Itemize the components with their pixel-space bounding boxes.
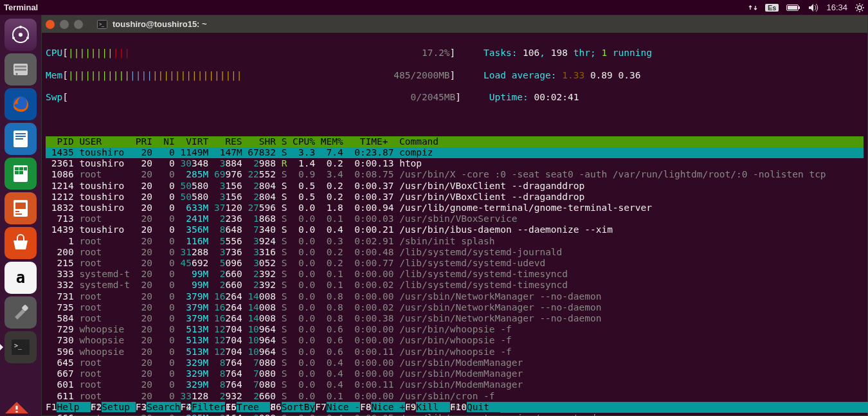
fnkey-label[interactable]: SortBy xyxy=(282,402,315,412)
network-icon[interactable] xyxy=(748,3,757,12)
svg-line-11 xyxy=(862,5,863,6)
svg-rect-30 xyxy=(15,171,19,174)
launcher-impress[interactable] xyxy=(5,192,37,224)
svg-line-8 xyxy=(856,5,858,6)
process-row[interactable]: 730 whoopsie 20 0 513M 12704 10964 S 0.0… xyxy=(46,335,863,346)
process-row[interactable]: 215 root 20 0 45692 5096 3052 S 0.0 0.2 … xyxy=(46,258,863,269)
launcher-alert-icon[interactable] xyxy=(4,401,30,414)
top-panel: Terminal Es 16:34 xyxy=(0,0,868,15)
fnkey-F9[interactable]: F9 xyxy=(405,402,416,412)
uptime-label: Uptime: xyxy=(489,92,529,102)
launcher-software[interactable] xyxy=(5,227,37,259)
fnkey-label[interactable]: Help xyxy=(57,402,90,412)
process-row[interactable]: 2361 toushiro 20 0 30348 3884 2988 R 1.4… xyxy=(46,158,863,169)
svg-rect-35 xyxy=(15,213,22,215)
function-key-bar: F1Help F2Setup F3SearchF4FilterF5Tree F6… xyxy=(42,402,867,415)
svg-rect-2 xyxy=(788,6,797,10)
svg-point-15 xyxy=(12,37,15,39)
battery-icon[interactable] xyxy=(786,4,800,12)
svg-point-14 xyxy=(19,26,22,28)
process-row[interactable]: 645 root 20 0 329M 8764 7080 S 0.0 0.4 0… xyxy=(46,357,863,368)
process-row[interactable]: 1 root 20 0 116M 5556 3924 S 0.0 0.3 0:0… xyxy=(46,236,863,247)
sound-icon[interactable] xyxy=(808,3,818,12)
terminal-output[interactable]: CPU[||||||||||| 17.2%] Tasks: 106, 198 t… xyxy=(42,33,867,415)
process-row[interactable]: 584 root 20 0 379M 16264 14008 S 0.0 0.8… xyxy=(46,313,863,324)
svg-rect-25 xyxy=(15,138,23,140)
keyboard-indicator[interactable]: Es xyxy=(765,4,779,12)
fnkey-label[interactable]: Tree xyxy=(237,402,270,412)
process-row[interactable]: 1214 toushiro 20 0 50580 3156 2804 S 0.5… xyxy=(46,181,863,192)
fnkey-F8[interactable]: F8 xyxy=(360,402,371,412)
fnkey-F6[interactable]: F6 xyxy=(270,402,281,412)
svg-line-10 xyxy=(856,10,858,11)
svg-rect-18 xyxy=(15,66,26,68)
process-row[interactable]: 611 root 20 0 33128 2932 2660 S 0.0 0.1 … xyxy=(46,391,863,402)
svg-text:>_: >_ xyxy=(99,22,104,27)
swp-label: Swp xyxy=(46,92,62,102)
window-minimize-button[interactable] xyxy=(60,20,69,29)
launcher-firefox[interactable] xyxy=(5,88,37,120)
fnkey-label[interactable]: Search xyxy=(147,402,180,412)
process-row[interactable]: 333 systemd-t 20 0 99M 2660 2392 S 0.0 0… xyxy=(46,269,863,280)
process-row[interactable]: 735 root 20 0 379M 16264 14008 S 0.0 0.8… xyxy=(46,302,863,313)
process-row[interactable]: 601 root 20 0 329M 8764 7080 S 0.0 0.4 0… xyxy=(46,379,863,390)
clock[interactable]: 16:34 xyxy=(826,3,847,12)
unity-launcher: a >_ xyxy=(0,15,41,416)
fnkey-F7[interactable]: F7 xyxy=(315,402,326,412)
launcher-amazon[interactable]: a xyxy=(5,262,37,294)
launcher-terminal[interactable]: >_ xyxy=(5,331,37,363)
process-row[interactable]: 1832 toushiro 20 0 633M 37120 27596 S 0.… xyxy=(46,203,863,213)
terminal-icon: >_ xyxy=(97,20,107,29)
tasks-label: Tasks: xyxy=(484,48,517,58)
svg-rect-39 xyxy=(16,406,18,410)
terminal-window: >_ toushiro@toushiro15: ~ CPU[||||||||||… xyxy=(41,15,868,416)
fnkey-label[interactable]: Filter xyxy=(192,402,225,412)
window-titlebar[interactable]: >_ toushiro@toushiro15: ~ xyxy=(42,15,867,33)
launcher-calc[interactable] xyxy=(5,158,37,190)
svg-rect-1 xyxy=(799,6,800,9)
svg-rect-19 xyxy=(15,69,26,71)
process-row[interactable]: 1086 root 20 0 285M 69976 22552 S 0.9 3.… xyxy=(46,169,863,180)
fnkey-label[interactable]: Nice - xyxy=(327,402,360,412)
fnkey-label[interactable]: Nice + xyxy=(371,402,404,412)
fnkey-F3[interactable]: F3 xyxy=(136,402,147,412)
launcher-dash[interactable] xyxy=(5,19,37,51)
fnkey-F2[interactable]: F2 xyxy=(91,402,102,412)
svg-point-20 xyxy=(16,73,18,75)
window-maximize-button[interactable] xyxy=(74,20,83,29)
fnkey-F4[interactable]: F4 xyxy=(181,402,192,412)
load-label: Load average: xyxy=(484,70,557,80)
process-row[interactable]: 1439 toushiro 20 0 356M 8648 7340 S 0.0 … xyxy=(46,224,863,235)
process-header[interactable]: PID USER PRI NI VIRT RES SHR S CPU% MEM%… xyxy=(46,136,863,147)
process-row[interactable]: 1435 toushiro 20 0 1149M 147M 67832 S 3.… xyxy=(46,147,863,158)
process-row[interactable]: 713 root 20 0 241M 2236 1868 S 0.0 0.1 0… xyxy=(46,213,863,224)
svg-rect-29 xyxy=(24,167,27,170)
svg-rect-27 xyxy=(15,167,19,170)
fnkey-label[interactable]: Setup xyxy=(102,402,135,412)
process-row[interactable]: 1212 toushiro 20 0 50580 3156 2804 S 0.5… xyxy=(46,192,863,203)
svg-point-3 xyxy=(858,6,862,10)
svg-text:>_: >_ xyxy=(14,342,23,350)
svg-rect-31 xyxy=(19,171,23,174)
process-list[interactable]: 1435 toushiro 20 0 1149M 147M 67832 S 3.… xyxy=(46,147,863,416)
launcher-settings[interactable] xyxy=(5,296,37,329)
panel-app-title: Terminal xyxy=(4,3,38,12)
process-row[interactable]: 596 whoopsie 20 0 513M 12704 10964 S 0.0… xyxy=(46,347,863,357)
process-row[interactable]: 731 root 20 0 379M 16264 14008 S 0.0 0.8… xyxy=(46,291,863,302)
fnkey-label[interactable]: Quit xyxy=(467,402,500,412)
svg-point-13 xyxy=(19,33,23,37)
fnkey-F1[interactable]: F1 xyxy=(46,402,57,412)
process-row[interactable]: 729 whoopsie 20 0 513M 12704 10964 S 0.0… xyxy=(46,324,863,335)
window-title: toushiro@toushiro15: ~ xyxy=(113,19,207,29)
process-row[interactable]: 200 root 20 0 31288 3736 3316 S 0.0 0.2 … xyxy=(46,247,863,258)
launcher-writer[interactable] xyxy=(5,123,37,155)
window-close-button[interactable] xyxy=(46,20,55,29)
fnkey-F5[interactable]: F5 xyxy=(225,402,236,412)
launcher-files[interactable] xyxy=(5,53,37,86)
mem-label: Mem xyxy=(46,70,62,80)
fnkey-label[interactable]: Kill xyxy=(416,402,449,412)
process-row[interactable]: 332 systemd-t 20 0 99M 2660 2392 S 0.0 0… xyxy=(46,280,863,291)
fnkey-F10[interactable]: F10 xyxy=(450,402,467,412)
gear-icon[interactable] xyxy=(855,3,864,12)
process-row[interactable]: 667 root 20 0 329M 8764 7080 S 0.0 0.4 0… xyxy=(46,368,863,379)
